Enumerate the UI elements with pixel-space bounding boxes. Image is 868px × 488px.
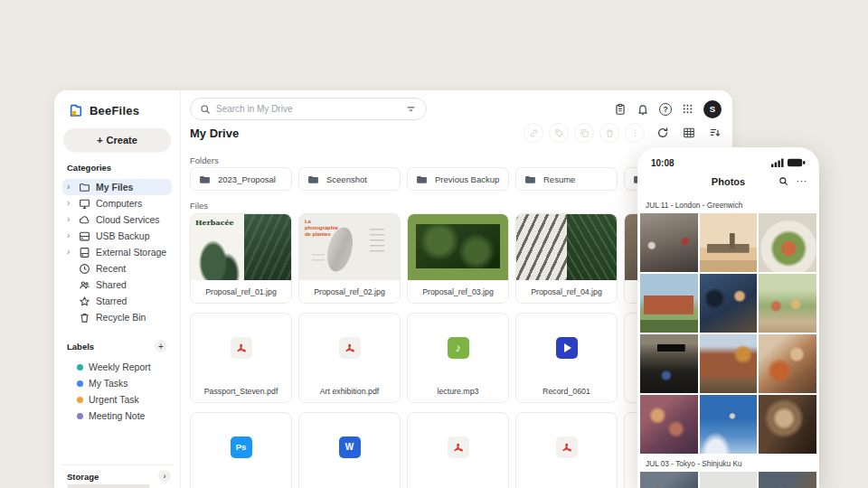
trash-icon (79, 312, 90, 324)
filter-icon[interactable] (405, 103, 417, 115)
status-time: 10:08 (651, 158, 675, 168)
photo-thumbnail-thames-sunset-skyline[interactable] (700, 213, 758, 272)
label-tag-button[interactable] (549, 123, 569, 143)
delete-button[interactable] (599, 123, 619, 143)
label-item-urgent-task[interactable]: Urgent Task (62, 391, 172, 408)
sidebar-item-cloud-services[interactable]: › Cloud Services (62, 211, 172, 228)
label-item-text: Urgent Task (89, 394, 139, 405)
more-options-button[interactable] (625, 123, 645, 143)
photo-thumbnail-graduation-cap[interactable] (640, 334, 698, 393)
photo-thumbnail-london-street-pub[interactable] (640, 213, 698, 272)
file-card-art-exhibition-pdf[interactable]: Art exhibition.pdf (298, 313, 401, 403)
folder-chip-2023-proposal[interactable]: 2023_Proposal (190, 167, 292, 191)
file-thumbnail (516, 214, 617, 282)
sidebar-item-shared[interactable]: Shared (62, 277, 172, 293)
sidebar-item-usb-backup[interactable]: › USB Backup (62, 228, 172, 244)
file-name: Record_0601 (516, 380, 617, 402)
phone-status-bar: 10:08 (637, 147, 819, 169)
folder-chip-label: 2023_Proposal (218, 174, 276, 184)
file-name: Art exhibition.pdf (299, 380, 400, 402)
cloud-icon (79, 214, 90, 226)
sidebar-item-label: Starred (96, 296, 127, 306)
file-name: Proposal_ref_01.jpg (191, 280, 291, 303)
folder-chip-sceenshot[interactable]: Sceenshot (298, 167, 401, 191)
photo-thumbnail-family-portrait[interactable] (759, 334, 816, 393)
sidebar-item-starred[interactable]: Starred (62, 293, 172, 309)
get-link-button[interactable] (524, 123, 543, 143)
thumbnail-cover-title: Herbacée (195, 218, 234, 227)
chevron-right-icon: › (67, 231, 73, 240)
sidebar-item-computers[interactable]: › Computers (62, 195, 172, 211)
file-card-record-0601[interactable]: Record_0601 (515, 313, 618, 403)
grid-view-button[interactable] (681, 125, 697, 141)
search-icon[interactable] (778, 176, 788, 186)
file-card-proposal-ref-02[interactable]: La photographie de plantes Proposal_ref_… (298, 213, 401, 304)
photo-grid (640, 472, 816, 488)
label-item-my-tasks[interactable]: My Tasks (62, 375, 172, 391)
plus-icon: + (97, 135, 102, 145)
photo-thumbnail-tokyo-shop[interactable] (759, 472, 816, 488)
label-item-text: Meeting Note (89, 410, 145, 421)
photo-thumbnail-restaurant-dish[interactable] (759, 213, 816, 272)
file-card-proposal-ref-01[interactable]: Herbacée Proposal_ref_01.jpg (190, 213, 292, 304)
file-card-pdf-3[interactable] (407, 412, 509, 488)
storage-expand-button[interactable]: › (158, 470, 171, 483)
label-item-meeting-note[interactable]: Meeting Note (62, 408, 172, 424)
add-label-button[interactable]: + (155, 340, 167, 352)
help-icon[interactable]: ? (659, 103, 672, 116)
phone-overlay: 10:08 Photos ··· JUL 11 - London - Green… (637, 147, 819, 488)
file-card-photoshop[interactable]: Ps (190, 412, 292, 488)
chevron-right-icon: › (67, 199, 73, 208)
file-card-passport-steven-pdf[interactable]: Passport_Steven.pdf (190, 313, 292, 403)
folder-chip-resume[interactable]: Resume (515, 167, 618, 191)
file-card-word[interactable]: W (298, 412, 401, 488)
more-options-icon[interactable]: ··· (797, 176, 808, 186)
sidebar-item-external-storage[interactable]: › External Storage (62, 244, 172, 260)
file-card-pdf-4[interactable] (515, 412, 618, 488)
photo-thumbnail-street-musicians[interactable] (640, 395, 698, 454)
file-card-lecture-mp3[interactable]: ♪ lecture.mp3 (407, 313, 509, 403)
photo-thumbnail-campervan-interior[interactable] (759, 395, 816, 454)
desktop-background: BeeFiles + Create Categories › My Files … (0, 0, 868, 488)
notifications-bell-icon[interactable] (637, 103, 649, 116)
word-file-icon: W (339, 436, 361, 458)
external-drive-icon (79, 247, 90, 258)
label-item-weekly-report[interactable]: Weekly Report (62, 359, 172, 375)
audio-file-icon: ♪ (448, 337, 469, 359)
file-name: Proposal_ref_02.jpg (299, 280, 400, 303)
photo-thumbnail-couple-at-cafe[interactable] (700, 274, 758, 333)
search-bar[interactable] (190, 98, 427, 120)
sidebar-item-recent[interactable]: Recent (62, 260, 172, 277)
sidebar-item-my-files[interactable]: › My Files (62, 179, 172, 195)
monitor-icon (79, 198, 90, 210)
sidebar-item-recycle-bin[interactable]: Recycle Bin (62, 309, 172, 325)
file-name: Passport_Steven.pdf (191, 380, 291, 402)
copy-button[interactable] (574, 123, 594, 143)
pdf-file-icon (556, 436, 578, 458)
photo-thumbnail-tokyo-street-1[interactable] (640, 472, 698, 488)
folder-chip-previous-backup[interactable]: Previous Backup (407, 167, 509, 191)
search-icon (200, 104, 211, 115)
photo-thumbnail-university-lawn[interactable] (640, 274, 698, 333)
photo-thumbnail-blue-sky-bird[interactable] (700, 395, 758, 454)
file-card-proposal-ref-03[interactable]: Proposal_ref_03.jpg (407, 213, 509, 304)
photo-section-date: JUL 03 - Tokyo - Shinjuku Ku (637, 454, 819, 472)
photo-thumbnail-brick-townhouses[interactable] (700, 334, 758, 393)
create-button[interactable]: + Create (63, 128, 171, 152)
sort-button[interactable] (707, 125, 723, 141)
photo-thumbnail-friends-picnic[interactable] (759, 274, 816, 333)
folder-icon (524, 174, 536, 185)
hard-drive-icon (79, 230, 90, 242)
search-input[interactable] (216, 104, 400, 114)
avatar[interactable]: S (703, 100, 722, 118)
file-card-proposal-ref-04[interactable]: Proposal_ref_04.jpg (515, 213, 618, 304)
sidebar-item-label: Computers (96, 198, 142, 209)
signal-strength-icon (771, 158, 784, 167)
file-thumbnail (408, 214, 508, 282)
tasks-icon[interactable] (614, 103, 627, 116)
apps-grid-icon[interactable] (682, 103, 693, 115)
people-icon (79, 279, 90, 291)
photo-thumbnail-tokyo-building[interactable] (700, 472, 758, 488)
refresh-button[interactable] (655, 125, 671, 141)
label-color-dot (77, 413, 83, 419)
